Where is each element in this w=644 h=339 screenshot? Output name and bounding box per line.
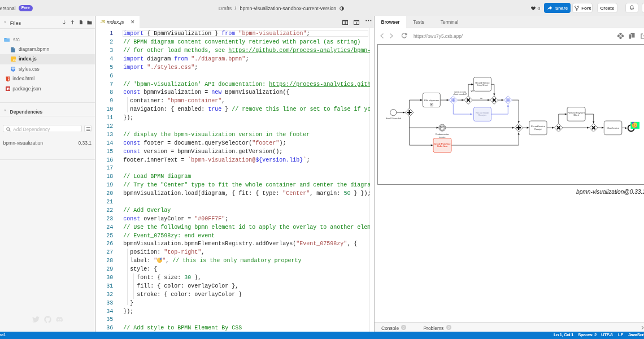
svg-text:Record Service: Record Service [475,81,489,84]
svg-text:invoice: invoice [439,136,445,138]
svg-text:Clear Invoice: Clear Invoice [607,127,619,129]
svg-text:Create Purchase: Create Purchase [434,142,450,145]
svg-text:Block: Block [573,114,578,116]
svg-text:JS: JS [12,59,15,62]
svg-text:Record Goods: Record Goods [476,111,489,114]
svg-text:Entry Sheet: Entry Sheet [477,84,488,86]
svg-text:Receipts: Receipts [478,114,487,116]
svg-text:Remove Payment: Remove Payment [568,111,584,114]
svg-text:sheet needed?: sheet needed? [453,93,467,95]
svg-text:Record Invoice: Record Invoice [531,125,545,128]
svg-text:Vendor creates: Vendor creates [435,133,449,136]
svg-text:S/4d subprocess: S/4d subprocess [424,99,440,101]
svg-text:no: no [480,97,482,99]
svg-text:New PO needed: New PO needed [386,117,401,119]
svg-text:Receipt: Receipt [534,128,542,130]
svg-text:Order Item: Order Item [437,145,448,147]
svg-text:yes: yes [471,89,475,92]
